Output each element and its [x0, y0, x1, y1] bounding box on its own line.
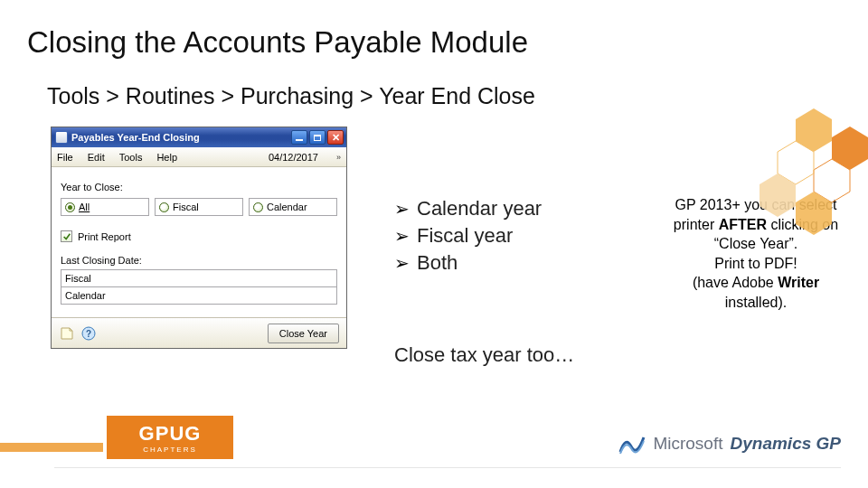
window-buttons: ✕ — [291, 130, 344, 145]
radio-label: Fiscal — [173, 202, 199, 212]
note-bold: AFTER — [719, 217, 767, 232]
payables-year-end-window: Payables Year-End Closing ✕ File Edit To… — [51, 127, 347, 349]
menu-tools[interactable]: Tools — [119, 152, 143, 163]
print-report-label: Print Report — [78, 231, 131, 242]
close-tax-note: Close tax year too… — [394, 343, 574, 367]
window-date: 04/12/2017 — [269, 152, 318, 163]
gpug-logo-text: GPUG — [139, 422, 202, 446]
check-icon — [62, 232, 71, 241]
app-icon — [55, 131, 68, 144]
last-closing-calendar-row: Calendar — [61, 286, 337, 305]
year-to-close-radio-group: All Fiscal Calendar — [52, 196, 346, 221]
last-closing-fiscal-row: Fiscal — [61, 269, 337, 287]
ms-text: Microsoft — [653, 434, 722, 454]
slide: Closing the Accounts Payable Module Tool… — [0, 0, 868, 488]
bullet-item: ➢Calendar year — [394, 197, 542, 221]
year-to-close-label: Year to Close: — [52, 167, 346, 196]
checkbox-print-report[interactable] — [61, 230, 72, 242]
side-note: GP 2013+ you can select printer AFTER cl… — [667, 195, 844, 313]
ms-dynamics-logo: Microsoft Dynamics GP — [618, 430, 841, 457]
menu-edit[interactable]: Edit — [88, 152, 105, 163]
radio-dot-icon — [253, 202, 263, 212]
bullet-item: ➢Both — [394, 251, 542, 275]
note-line: installed). — [725, 295, 787, 310]
bullet-arrow-icon: ➢ — [394, 198, 410, 220]
window-titlebar: Payables Year-End Closing ✕ — [52, 127, 346, 147]
breadcrumb-path: Tools > Routines > Purchasing > Year End… — [47, 83, 535, 109]
radio-label: All — [79, 202, 90, 212]
slide-title: Closing the Accounts Payable Module — [27, 25, 528, 60]
bullet-text: Calendar year — [417, 197, 542, 221]
gpug-logo: GPUG CHAPTERS — [107, 416, 233, 459]
window-footer: ? Close Year — [52, 317, 346, 348]
gpug-logo-sub: CHAPTERS — [143, 446, 197, 454]
bullet-arrow-icon: ➢ — [394, 225, 410, 247]
svg-marker-2 — [796, 108, 832, 152]
print-report-row: Print Report — [52, 221, 346, 248]
footer-icons: ? — [59, 325, 97, 342]
last-closing-date-label: Last Closing Date: — [52, 248, 346, 267]
close-year-button[interactable]: Close Year — [268, 324, 339, 343]
menu-help[interactable]: Help — [156, 152, 177, 163]
svg-marker-3 — [832, 127, 868, 170]
window-title: Payables Year-End Closing — [71, 132, 291, 143]
radio-dot-icon — [65, 202, 75, 212]
chevron-right-icon[interactable]: » — [336, 153, 341, 162]
menu-bar: File Edit Tools Help 04/12/2017 » — [52, 147, 346, 167]
footer-rule — [54, 467, 841, 468]
note-line: Print to PDF! — [714, 256, 797, 271]
minimize-button[interactable] — [291, 130, 307, 145]
dynamics-wave-icon — [618, 430, 646, 457]
bullet-list: ➢Calendar year ➢Fiscal year ➢Both — [394, 197, 542, 278]
note-line: (have Adobe — [693, 275, 778, 290]
radio-dot-icon — [159, 202, 169, 212]
help-icon[interactable]: ? — [80, 325, 97, 342]
bullet-item: ➢Fiscal year — [394, 224, 542, 248]
svg-marker-5 — [778, 141, 814, 184]
radio-calendar[interactable]: Calendar — [249, 198, 337, 216]
menu-file[interactable]: File — [57, 152, 73, 163]
note-icon[interactable] — [59, 325, 75, 342]
bullet-text: Both — [417, 251, 458, 275]
note-bold: Writer — [778, 275, 819, 290]
dynamics-text: Dynamics GP — [731, 434, 842, 454]
radio-all[interactable]: All — [61, 198, 149, 216]
bullet-text: Fiscal year — [417, 224, 513, 248]
svg-text:?: ? — [86, 329, 91, 339]
close-button[interactable]: ✕ — [327, 130, 344, 145]
radio-label: Calendar — [267, 202, 307, 212]
radio-fiscal[interactable]: Fiscal — [155, 198, 243, 216]
accent-bar — [0, 443, 103, 452]
maximize-button[interactable] — [309, 130, 326, 145]
bullet-arrow-icon: ➢ — [394, 252, 410, 274]
